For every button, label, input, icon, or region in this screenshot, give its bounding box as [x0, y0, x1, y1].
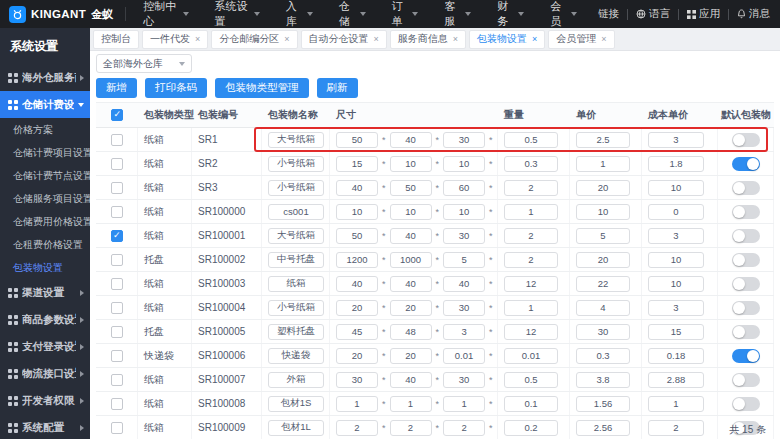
topbar-menu-item[interactable]: 仓储 [326, 0, 379, 28]
default-packaging-toggle[interactable] [732, 277, 760, 291]
dimension-input[interactable]: 45 [336, 324, 378, 340]
tab-控制台[interactable]: 控制台 [93, 30, 139, 49]
price-input[interactable]: 30 [576, 324, 630, 340]
sidebar-item[interactable]: 系统配置 [0, 414, 90, 439]
cost-input[interactable]: 3 [648, 300, 704, 316]
sidebar-subitem[interactable]: 仓储费用价格设置 [0, 210, 90, 233]
dimension-input[interactable]: 40 [336, 276, 378, 292]
sidebar-item[interactable]: 渠道设置 [0, 279, 90, 306]
price-input[interactable]: 20 [576, 180, 630, 196]
dimension-input[interactable]: 30 [443, 372, 485, 388]
dimension-input[interactable]: 40 [336, 180, 378, 196]
tab-一件代发[interactable]: 一件代发× [142, 30, 208, 49]
name-input[interactable]: 中号托盘 [268, 252, 324, 268]
brand[interactable]: KINGANT 金蚁 [0, 6, 121, 23]
default-packaging-toggle[interactable] [732, 181, 760, 195]
dimension-input[interactable]: 1 [443, 396, 485, 412]
dimension-input[interactable]: 30 [336, 372, 378, 388]
sidebar-subitem[interactable]: 仓储服务项目设置 [0, 187, 90, 210]
cost-input[interactable]: 0.18 [648, 348, 704, 364]
sidebar-subitem[interactable]: 仓储计费节点设置 [0, 164, 90, 187]
name-input[interactable]: 塑料托盘 [268, 324, 324, 340]
cost-input[interactable]: 10 [648, 276, 704, 292]
name-input[interactable]: 大号纸箱 [268, 132, 324, 148]
tab-分仓邮编分区[interactable]: 分仓邮编分区× [211, 30, 297, 49]
close-icon[interactable]: × [453, 35, 458, 44]
close-icon[interactable]: × [284, 35, 289, 44]
sidebar-item[interactable]: 商品参数设置 [0, 306, 90, 333]
row-checkbox[interactable] [111, 230, 123, 242]
price-input[interactable]: 5 [576, 228, 630, 244]
row-checkbox[interactable] [111, 302, 123, 314]
row-checkbox[interactable] [111, 422, 123, 434]
close-icon[interactable]: × [195, 35, 200, 44]
price-input[interactable]: 20 [576, 252, 630, 268]
sidebar-subitem[interactable]: 仓储计费项目设置 [0, 141, 90, 164]
dimension-input[interactable]: 1 [336, 396, 378, 412]
tab-服务商信息[interactable]: 服务商信息× [390, 30, 466, 49]
default-packaging-toggle[interactable] [732, 253, 760, 267]
toolbar-button-打印条码[interactable]: 打印条码 [145, 78, 207, 98]
price-input[interactable]: 4 [576, 300, 630, 316]
sidebar-item[interactable]: 支付登录设置 [0, 333, 90, 360]
dimension-input[interactable]: 10 [443, 156, 485, 172]
cost-input[interactable]: 3 [648, 132, 704, 148]
dimension-input[interactable]: 30 [443, 132, 485, 148]
cost-input[interactable]: 10 [648, 180, 704, 196]
name-input[interactable]: 包材1L [268, 420, 324, 436]
topbar-menu-item[interactable]: 财务 [484, 0, 537, 28]
dimension-input[interactable]: 10 [443, 204, 485, 220]
row-checkbox[interactable] [111, 254, 123, 266]
price-input[interactable]: 0.3 [576, 348, 630, 364]
dimension-input[interactable]: 20 [390, 300, 432, 316]
dimension-input[interactable]: 60 [443, 180, 485, 196]
name-input[interactable]: 纸箱 [268, 276, 324, 292]
topbar-action-2[interactable]: 语言 [628, 7, 678, 21]
weight-input[interactable]: 0.2 [504, 420, 558, 436]
toolbar-button-包装物类型管理[interactable]: 包装物类型管理 [215, 78, 309, 98]
weight-input[interactable]: 2 [504, 180, 558, 196]
default-packaging-toggle[interactable] [732, 205, 760, 219]
name-input[interactable]: 小号纸箱 [268, 300, 324, 316]
sidebar-item[interactable]: 仓储计费设置 [0, 91, 90, 118]
dimension-input[interactable]: 0.01 [443, 348, 485, 364]
default-packaging-toggle[interactable] [732, 133, 760, 147]
default-packaging-toggle[interactable] [732, 301, 760, 315]
price-input[interactable]: 2.5 [576, 132, 630, 148]
weight-input[interactable]: 0.01 [504, 348, 558, 364]
default-packaging-toggle[interactable] [732, 349, 760, 363]
name-input[interactable]: cs001 [268, 204, 324, 220]
row-checkbox[interactable] [111, 182, 123, 194]
weight-input[interactable]: 0.5 [504, 372, 558, 388]
dimension-input[interactable]: 20 [336, 348, 378, 364]
dimension-input[interactable]: 15 [336, 156, 378, 172]
name-input[interactable]: 大号纸箱 [268, 228, 324, 244]
weight-input[interactable]: 0.3 [504, 156, 558, 172]
cost-input[interactable]: 15 [648, 324, 704, 340]
sidebar-subitem[interactable]: 包装物设置 [0, 256, 90, 279]
select-all-checkbox[interactable] [111, 109, 123, 121]
tab-自动分仓设置[interactable]: 自动分仓设置× [301, 30, 387, 49]
dimension-input[interactable]: 5 [443, 252, 485, 268]
topbar-action-1[interactable]: 链接 [590, 7, 627, 21]
weight-input[interactable]: 12 [504, 324, 558, 340]
dimension-input[interactable]: 10 [336, 204, 378, 220]
weight-input[interactable]: 0.1 [504, 396, 558, 412]
dimension-input[interactable]: 2 [336, 420, 378, 436]
dimension-input[interactable]: 2 [390, 420, 432, 436]
dimension-input[interactable]: 30 [443, 228, 485, 244]
cost-input[interactable]: 0 [648, 204, 704, 220]
price-input[interactable]: 2.56 [576, 420, 630, 436]
name-input[interactable]: 快递袋 [268, 348, 324, 364]
cost-input[interactable]: 1 [648, 396, 704, 412]
cost-input[interactable]: 10 [648, 252, 704, 268]
topbar-action-4[interactable]: 消息 [729, 7, 778, 21]
topbar-menu-item[interactable]: 订单 [379, 0, 432, 28]
weight-input[interactable]: 2 [504, 252, 558, 268]
dimension-input[interactable]: 50 [336, 228, 378, 244]
dimension-input[interactable]: 1000 [390, 252, 432, 268]
name-input[interactable]: 包材1S [268, 396, 324, 412]
topbar-action-3[interactable]: 应用 [679, 7, 728, 21]
cost-input[interactable]: 2.88 [648, 372, 704, 388]
close-icon[interactable]: × [601, 35, 606, 44]
